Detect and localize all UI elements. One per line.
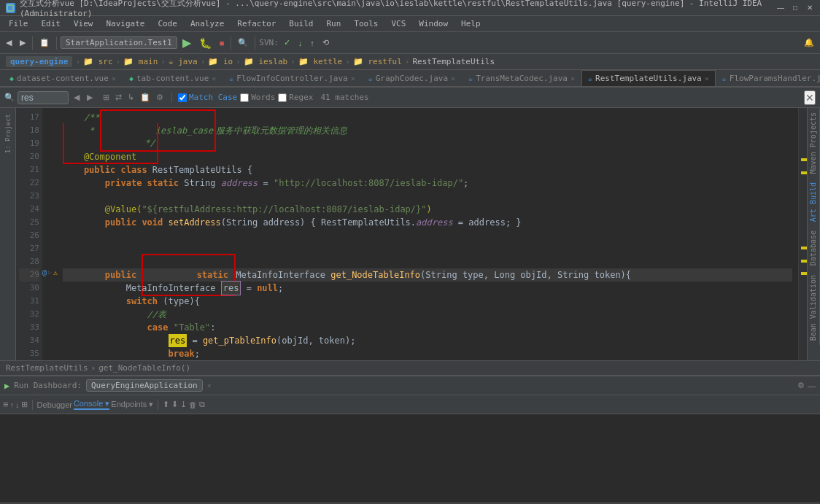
- menu-refactor[interactable]: Refactor: [231, 18, 282, 30]
- tab-close-1[interactable]: ✕: [112, 74, 116, 82]
- expand-icon-29[interactable]: ▷: [48, 269, 52, 276]
- breadcrumb-ieslab[interactable]: 📁 ieslab: [244, 57, 287, 66]
- database-tab[interactable]: Database: [808, 226, 820, 270]
- svn-commit-btn[interactable]: ↑: [307, 37, 317, 49]
- find-next-btn[interactable]: ▶: [85, 92, 95, 103]
- up-btn[interactable]: ↑: [10, 400, 15, 409]
- layout-btn[interactable]: ≡: [3, 399, 9, 410]
- code-line-25[interactable]: public void setAddress(String address) {…: [63, 216, 792, 229]
- code-line-35[interactable]: break;: [63, 347, 792, 360]
- bean-validation-tab[interactable]: Bean Validation: [808, 271, 820, 345]
- tab-close-5[interactable]: ✕: [570, 74, 575, 82]
- debug-btn[interactable]: 🐛: [196, 36, 214, 50]
- copy-btn[interactable]: ⧉: [199, 400, 205, 409]
- scroll-down-btn[interactable]: ⬇: [171, 400, 178, 409]
- tab-transmetacodec[interactable]: ☕ TransMetaCodec.java ✕: [462, 70, 581, 86]
- menu-analyze[interactable]: Analyze: [185, 18, 230, 30]
- breadcrumb-src[interactable]: 📁 src: [83, 57, 113, 66]
- svn-revert-btn[interactable]: ⟲: [320, 36, 332, 49]
- menu-tools[interactable]: Tools: [348, 18, 384, 30]
- words-option[interactable]: Words: [240, 93, 275, 102]
- find-results-btn[interactable]: 📋: [138, 92, 152, 103]
- breadcrumb-restful[interactable]: 📁 restful: [353, 57, 402, 66]
- search-btn[interactable]: 🔍: [235, 36, 251, 49]
- tab-endpoints[interactable]: Endpoints ▾: [111, 400, 153, 409]
- menu-file[interactable]: File: [3, 18, 34, 30]
- code-line-30[interactable]: MetaInfoInterface res = null;: [63, 282, 792, 295]
- tab-close-6[interactable]: ✕: [705, 74, 709, 82]
- back-btn[interactable]: ◀: [3, 36, 15, 49]
- menu-help[interactable]: Help: [455, 18, 487, 30]
- menu-run[interactable]: Run: [320, 18, 347, 30]
- menu-edit[interactable]: Edit: [36, 18, 67, 30]
- tab-close-2[interactable]: ✕: [212, 74, 216, 82]
- code-line-19[interactable]: */: [63, 137, 792, 150]
- menu-code[interactable]: Code: [152, 18, 183, 30]
- breadcrumb-java[interactable]: ☕ java: [169, 57, 198, 66]
- find-prev-btn[interactable]: ◀: [71, 92, 82, 103]
- tab-close-4[interactable]: ✕: [451, 74, 455, 82]
- run-btn[interactable]: ▶: [179, 34, 194, 51]
- code-line-22[interactable]: private static String address = "http://…: [63, 177, 792, 190]
- project-panel-btn[interactable]: 1: Project: [4, 111, 12, 156]
- find-expand-btn[interactable]: ⇄: [113, 92, 124, 103]
- tab-graphcodec[interactable]: ☕ GraphCodec.java ✕: [362, 70, 462, 86]
- code-line-26[interactable]: [63, 229, 792, 242]
- words-checkbox[interactable]: [240, 93, 249, 102]
- maven-tab[interactable]: Maven Projects: [808, 108, 820, 178]
- code-line-20[interactable]: @Component: [63, 150, 792, 163]
- close-btn[interactable]: ✕: [805, 4, 814, 12]
- code-line-29[interactable]: public static MetaInfoInterface get_Node…: [63, 268, 792, 282]
- tab-flowparamshandler[interactable]: ☕ FlowParamsHandler.java ✕: [716, 70, 820, 86]
- tab-debugger[interactable]: Debugger: [37, 400, 72, 409]
- panel-settings-btn[interactable]: ⚙: [797, 381, 805, 390]
- match-case-option[interactable]: Match Case: [178, 93, 237, 102]
- menu-window[interactable]: Window: [413, 18, 454, 30]
- app-close-btn[interactable]: ✕: [207, 381, 212, 389]
- stop-btn[interactable]: ■: [217, 37, 228, 49]
- scroll-end-btn[interactable]: ⤓: [180, 400, 187, 409]
- find-filter2-btn[interactable]: ⚙: [154, 92, 166, 103]
- breadcrumb-main[interactable]: 📁 main: [123, 57, 158, 66]
- code-line-24[interactable]: @Value("${restfulAddress:http://localhos…: [63, 203, 792, 216]
- code-line-23[interactable]: [63, 190, 792, 203]
- tab-console[interactable]: Console ▾: [74, 399, 109, 410]
- find-filter-btn[interactable]: ⊞: [101, 92, 112, 103]
- find-close-btn[interactable]: ✕: [804, 90, 816, 105]
- maximize-btn[interactable]: □: [791, 4, 800, 12]
- menu-build[interactable]: Build: [283, 18, 319, 30]
- code-line-34[interactable]: res = get_pTableInfo(objId, token);: [63, 334, 792, 347]
- regex-option[interactable]: Regex: [278, 93, 313, 102]
- code-line-32[interactable]: //表: [63, 308, 792, 321]
- svn-check-btn[interactable]: ✓: [281, 36, 293, 49]
- code-content[interactable]: /** * ieslab_case 服务中获取元数据管理的相关信息 */ @Co…: [57, 108, 798, 360]
- clear-btn[interactable]: 🗑: [189, 400, 197, 409]
- code-line-33[interactable]: case "Table":: [63, 321, 792, 334]
- scroll-up-btn[interactable]: ⬆: [163, 400, 169, 409]
- notifications-btn[interactable]: 🔔: [801, 36, 817, 49]
- tab-dataset-content[interactable]: ◆ dataset-content.vue ✕: [3, 70, 123, 86]
- down-btn[interactable]: ↓: [15, 400, 20, 409]
- menu-vcs[interactable]: VCS: [385, 18, 411, 30]
- minimize-btn[interactable]: —: [776, 4, 785, 12]
- tab-flowinfo[interactable]: ☕ FlowInfoController.java ✕: [223, 70, 361, 86]
- breadcrumb-file[interactable]: RestTemplateUtils: [412, 57, 495, 66]
- svn-update-btn[interactable]: ↓: [295, 37, 306, 49]
- regex-checkbox[interactable]: [278, 93, 287, 102]
- filter-btn[interactable]: ⊞: [21, 400, 28, 409]
- find-input[interactable]: [21, 93, 65, 103]
- breadcrumb-kettle[interactable]: 📁 kettle: [298, 57, 342, 66]
- match-case-checkbox[interactable]: [178, 93, 187, 102]
- find-in-btn[interactable]: ↳: [125, 92, 136, 103]
- project-root[interactable]: query-engine: [6, 56, 72, 67]
- code-line-21[interactable]: public class RestTemplateUtils {: [63, 163, 792, 177]
- artbuild-tab[interactable]: Art Build: [808, 178, 820, 226]
- tab-resttemplateutils[interactable]: ☕ RestTemplateUtils.java ✕: [581, 70, 716, 86]
- code-line-18[interactable]: * ieslab_case 服务中获取元数据管理的相关信息: [63, 124, 792, 137]
- menu-view[interactable]: View: [68, 18, 99, 30]
- recent-files-btn[interactable]: 📋: [36, 36, 53, 49]
- tab-close-3[interactable]: ✕: [351, 74, 355, 82]
- forward-btn[interactable]: ▶: [17, 36, 28, 49]
- tab-tab-content[interactable]: ◆ tab-content.vue ✕: [123, 70, 223, 86]
- menu-navigate[interactable]: Navigate: [101, 18, 151, 30]
